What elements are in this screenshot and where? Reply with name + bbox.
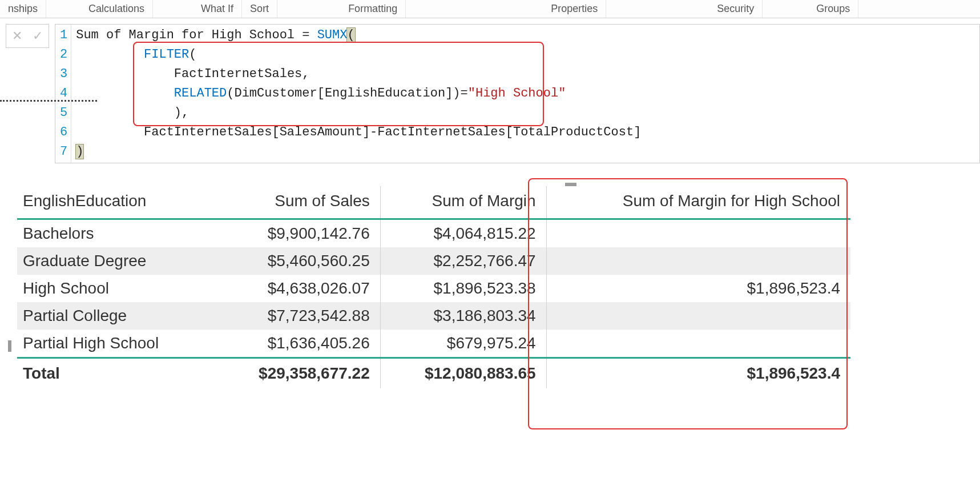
ribbon-tab-properties[interactable]: Properties bbox=[543, 0, 606, 18]
cell-value bbox=[546, 247, 850, 275]
ribbon-spacer bbox=[277, 0, 340, 18]
ribbon-tab-formatting[interactable]: Formatting bbox=[340, 0, 406, 18]
total-label: Total bbox=[17, 358, 215, 389]
ribbon-spacer bbox=[46, 0, 80, 18]
ribbon-spacer bbox=[153, 0, 193, 18]
total-value: $29,358,677.22 bbox=[215, 358, 380, 389]
row-label: Bachelors bbox=[17, 219, 215, 248]
cell-value: $1,896,523.38 bbox=[380, 275, 546, 302]
ribbon-tab-calculations[interactable]: Calculations bbox=[80, 0, 153, 18]
ribbon-tab-relationships[interactable]: nships bbox=[0, 0, 46, 18]
line-gutter: 1 2 3 4 5 6 7 bbox=[55, 25, 71, 163]
table-total-row: Total $29,358,677.22 $12,080,883.65 $1,8… bbox=[17, 358, 850, 389]
code-text: Sum of Margin for High School = bbox=[76, 28, 317, 42]
code-function: SUMX bbox=[317, 28, 348, 42]
ribbon: nships Calculations What If Sort Formatt… bbox=[0, 0, 980, 18]
cell-value: $2,252,766.47 bbox=[380, 247, 546, 275]
resize-handle[interactable] bbox=[565, 183, 576, 186]
line-number: 5 bbox=[60, 103, 67, 123]
cell-value: $5,460,560.25 bbox=[215, 247, 380, 275]
cancel-icon[interactable]: ✕ bbox=[12, 29, 22, 43]
line-number: 2 bbox=[60, 45, 67, 65]
code-text: ( bbox=[189, 47, 196, 62]
code-text: FactInternetSales[SalesAmount]-FactInter… bbox=[144, 125, 641, 139]
cell-value bbox=[546, 302, 850, 330]
formula-action-buttons: ✕ ✓ bbox=[6, 24, 49, 48]
table-row[interactable]: Bachelors $9,900,142.76 $4,064,815.22 bbox=[17, 219, 850, 248]
total-value: $1,896,523.4 bbox=[546, 358, 850, 389]
row-label: Partial College bbox=[17, 302, 215, 330]
table-header-row: EnglishEducation Sum of Sales Sum of Mar… bbox=[17, 186, 850, 219]
code-string: "High School" bbox=[468, 86, 566, 101]
code-text: ), bbox=[174, 106, 189, 120]
column-header[interactable]: Sum of Margin for High School bbox=[546, 186, 850, 219]
row-label: Partial High School bbox=[17, 330, 215, 358]
cell-value: $9,900,142.76 bbox=[215, 219, 380, 248]
commit-icon[interactable]: ✓ bbox=[33, 29, 43, 43]
code-line[interactable]: FILTER( bbox=[76, 45, 641, 65]
table-row[interactable]: Partial College $7,723,542.88 $3,186,803… bbox=[17, 302, 850, 330]
bracket-highlight: ( bbox=[347, 28, 354, 42]
total-value: $12,080,883.65 bbox=[380, 358, 546, 389]
code-line[interactable]: ), bbox=[76, 103, 641, 123]
line-number: 1 bbox=[60, 26, 67, 45]
ribbon-tab-sort[interactable]: Sort bbox=[242, 0, 277, 18]
table-row[interactable]: High School $4,638,026.07 $1,896,523.38 … bbox=[17, 275, 850, 302]
code-line[interactable]: FactInternetSales[SalesAmount]-FactInter… bbox=[76, 123, 641, 142]
ribbon-spacer bbox=[406, 0, 543, 18]
code-area[interactable]: Sum of Margin for High School = SUMX( FI… bbox=[71, 25, 646, 163]
ribbon-spacer bbox=[606, 0, 709, 18]
code-function: RELATED bbox=[174, 86, 227, 101]
cell-value bbox=[546, 219, 850, 248]
table-row[interactable]: Partial High School $1,636,405.26 $679,9… bbox=[17, 330, 850, 358]
cell-value: $4,064,815.22 bbox=[380, 219, 546, 248]
cell-value: $1,896,523.4 bbox=[546, 275, 850, 302]
bracket-highlight: ) bbox=[76, 144, 83, 159]
cell-value: $4,638,026.07 bbox=[215, 275, 380, 302]
cell-value bbox=[546, 330, 850, 358]
line-number: 3 bbox=[60, 65, 67, 84]
code-line[interactable]: Sum of Margin for High School = SUMX( bbox=[76, 26, 641, 45]
code-line[interactable]: ) bbox=[76, 142, 641, 162]
column-header[interactable]: Sum of Margin bbox=[380, 186, 546, 219]
code-text: FactInternetSales, bbox=[174, 67, 310, 81]
ribbon-tab-groups[interactable]: Groups bbox=[808, 0, 858, 18]
data-table[interactable]: EnglishEducation Sum of Sales Sum of Mar… bbox=[17, 186, 850, 388]
row-label: High School bbox=[17, 275, 215, 302]
row-label: Graduate Degree bbox=[17, 247, 215, 275]
column-header[interactable]: EnglishEducation bbox=[17, 186, 215, 219]
cell-value: $7,723,542.88 bbox=[215, 302, 380, 330]
ribbon-tab-whatif[interactable]: What If bbox=[193, 0, 242, 18]
column-header[interactable]: Sum of Sales bbox=[215, 186, 380, 219]
line-number: 7 bbox=[60, 142, 67, 162]
resize-handle[interactable] bbox=[8, 340, 11, 352]
formula-editor[interactable]: 1 2 3 4 5 6 7 Sum of Margin for High Sch… bbox=[55, 24, 980, 163]
table-visual[interactable]: EnglishEducation Sum of Sales Sum of Mar… bbox=[17, 186, 850, 388]
cell-value: $3,186,803.34 bbox=[380, 302, 546, 330]
code-function: FILTER bbox=[144, 47, 189, 62]
cell-value: $679,975.24 bbox=[380, 330, 546, 358]
table-body: Bachelors $9,900,142.76 $4,064,815.22 Gr… bbox=[17, 219, 850, 358]
connector-line bbox=[0, 100, 97, 102]
code-line[interactable]: RELATED(DimCustomer[EnglishEducation])="… bbox=[76, 84, 641, 103]
line-number: 6 bbox=[60, 123, 67, 142]
formula-bar: ✕ ✓ 1 2 3 4 5 6 7 Sum of Margin for High… bbox=[0, 18, 980, 163]
ribbon-tab-security[interactable]: Security bbox=[709, 0, 763, 18]
code-text: (DimCustomer[EnglishEducation])= bbox=[227, 86, 467, 101]
ribbon-spacer bbox=[763, 0, 808, 18]
table-row[interactable]: Graduate Degree $5,460,560.25 $2,252,766… bbox=[17, 247, 850, 275]
cell-value: $1,636,405.26 bbox=[215, 330, 380, 358]
code-line[interactable]: FactInternetSales, bbox=[76, 65, 641, 84]
